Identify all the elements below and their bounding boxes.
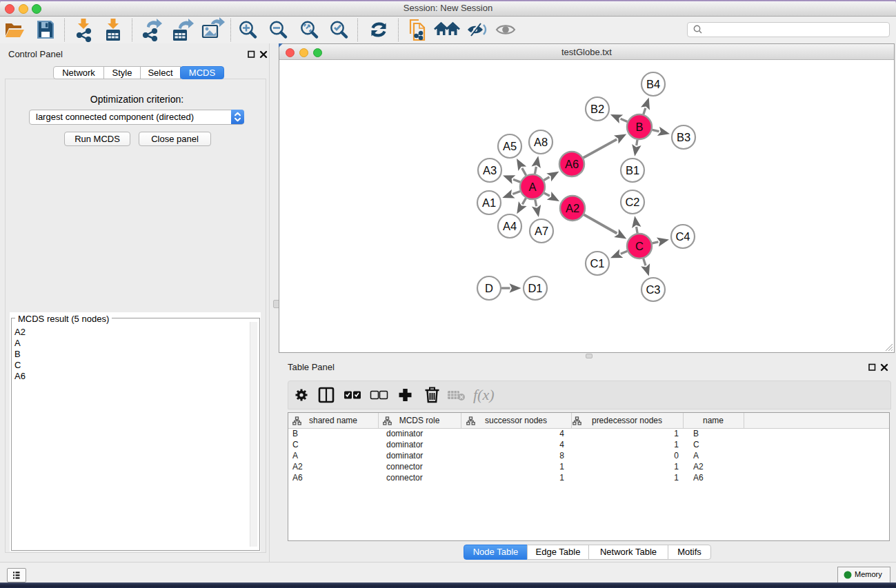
- svg-text:A8: A8: [534, 136, 548, 148]
- svg-text:B3: B3: [677, 131, 690, 143]
- svg-text:D1: D1: [528, 282, 542, 294]
- svg-text:A1: A1: [482, 196, 496, 209]
- svg-text:A4: A4: [503, 220, 517, 232]
- svg-text:A: A: [528, 181, 536, 193]
- svg-text:f(x): f(x): [473, 386, 495, 403]
- svg-text:A5: A5: [503, 140, 517, 152]
- svg-text:A3: A3: [483, 164, 497, 176]
- svg-text:B1: B1: [626, 164, 639, 176]
- svg-text:A7: A7: [535, 225, 548, 237]
- svg-text:D: D: [485, 282, 493, 294]
- svg-text:B: B: [635, 121, 643, 133]
- svg-text:B4: B4: [646, 78, 660, 90]
- svg-text:A6: A6: [565, 158, 579, 170]
- svg-text:C3: C3: [646, 283, 660, 296]
- svg-text:C: C: [635, 240, 644, 252]
- svg-text:A2: A2: [566, 202, 579, 214]
- svg-text:C1: C1: [590, 257, 604, 270]
- svg-text:B2: B2: [590, 103, 604, 115]
- svg-text:C2: C2: [625, 196, 639, 208]
- svg-text:C4: C4: [675, 230, 690, 243]
